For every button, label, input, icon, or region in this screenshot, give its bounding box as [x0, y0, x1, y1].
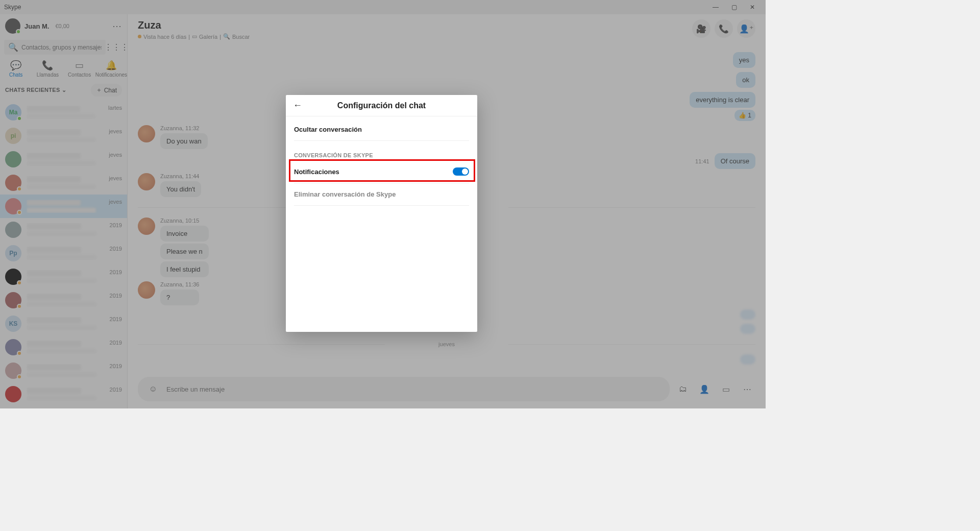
notifications-label: Notificaciones [294, 168, 339, 176]
modal-title: Configuración del chat [305, 101, 470, 110]
hide-conversation-row[interactable]: Ocultar conversación [294, 118, 469, 141]
modal-header: ← Configuración del chat [286, 95, 477, 116]
back-arrow-icon[interactable]: ← [293, 100, 305, 111]
delete-conversation-row[interactable]: Eliminar conversación de Skype [294, 183, 469, 206]
section-label: CONVERSACIÓN DE SKYPE [294, 141, 469, 160]
notifications-row[interactable]: Notificaciones [294, 160, 469, 183]
chat-settings-modal: ← Configuración del chat Ocultar convers… [286, 95, 477, 332]
notifications-toggle[interactable] [453, 167, 469, 176]
